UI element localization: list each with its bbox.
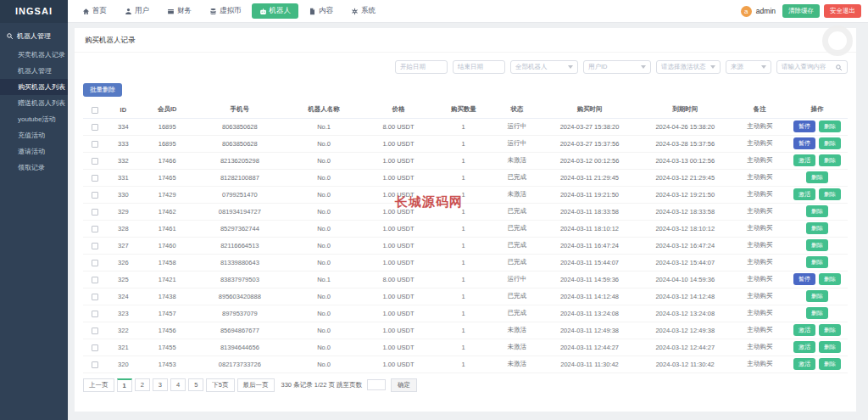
- row-checkbox[interactable]: [92, 243, 98, 249]
- row-checkbox[interactable]: [92, 260, 98, 266]
- prev-page-button[interactable]: 上一页: [83, 378, 114, 392]
- page-button-5[interactable]: 5: [188, 378, 203, 391]
- jump-confirm-button[interactable]: 确定: [391, 378, 417, 392]
- cell-remark: 主动购买: [733, 254, 787, 271]
- start-date-input[interactable]: 开始日期: [395, 60, 448, 74]
- cell-remark: 主动购买: [733, 305, 787, 322]
- select-all-checkbox[interactable]: [92, 107, 98, 114]
- sidebar-item-1[interactable]: 买卖机器人记录: [0, 47, 68, 63]
- search-input[interactable]: 请输入查询内容: [776, 60, 848, 74]
- activate-button[interactable]: 激活: [793, 324, 815, 336]
- next-5-pages-button[interactable]: 下5页: [206, 378, 234, 392]
- source-select-value: 来源: [731, 63, 743, 71]
- cell-expire_time: 2024-03-12 12:49:38: [637, 322, 733, 339]
- nav-item-2[interactable]: 用户: [117, 3, 157, 19]
- sidebar-item-7[interactable]: 邀请活动: [0, 143, 68, 160]
- cell-actions: 激活删除: [787, 356, 848, 372]
- row-checkbox[interactable]: [92, 361, 98, 368]
- delete-button[interactable]: 删除: [819, 324, 841, 336]
- delete-button[interactable]: 删除: [806, 256, 828, 268]
- pause-button[interactable]: 暂停: [793, 273, 815, 285]
- cell-phone: 81339880643: [194, 254, 286, 271]
- row-checkbox[interactable]: [92, 226, 98, 232]
- end-date-input[interactable]: 结束日期: [453, 60, 505, 74]
- delete-button[interactable]: 删除: [806, 307, 828, 319]
- nav-item-4[interactable]: 虚拟币: [202, 3, 249, 19]
- cell-id: 321: [106, 339, 141, 356]
- delete-button[interactable]: 删除: [819, 154, 841, 166]
- row-checkbox[interactable]: [92, 192, 98, 199]
- nav-item-6[interactable]: 内容: [301, 3, 341, 19]
- search-icon[interactable]: [835, 64, 843, 71]
- logout-button[interactable]: 安全退出: [824, 4, 861, 18]
- nav-item-1[interactable]: 首页: [75, 3, 114, 19]
- delete-button[interactable]: 删除: [806, 205, 828, 217]
- delete-button[interactable]: 删除: [819, 358, 841, 370]
- row-checkbox[interactable]: [92, 328, 98, 334]
- table-row: 333168958063850628No.01.00 USDT1运行中2024-…: [83, 135, 848, 152]
- page-button-2[interactable]: 2: [135, 378, 150, 391]
- pause-button[interactable]: 暂停: [793, 120, 815, 132]
- table-row: 3271746082116664513No.01.00 USDT1已完成2024…: [83, 237, 848, 254]
- page-button-1[interactable]: 1: [117, 378, 132, 392]
- sidebar-item-2[interactable]: 机器人管理: [0, 63, 68, 79]
- delete-button[interactable]: 删除: [819, 137, 841, 149]
- page-button-4[interactable]: 4: [170, 378, 186, 391]
- cell-expire_time: 2024-03-12 11:30:42: [637, 356, 733, 372]
- row-checkbox[interactable]: [92, 175, 98, 182]
- cell-id: 320: [106, 356, 141, 372]
- delete-button[interactable]: 删除: [806, 290, 828, 302]
- cell-id: 332: [106, 152, 141, 169]
- source-select[interactable]: 来源: [726, 60, 771, 74]
- cell-status: 已完成: [492, 288, 542, 305]
- page-button-3[interactable]: 3: [153, 378, 168, 391]
- sidebar-item-5[interactable]: youtube活动: [0, 111, 68, 127]
- column-header: 状态: [492, 102, 542, 118]
- sidebar-section-robot-management: 机器人管理: [0, 23, 68, 47]
- row-checkbox[interactable]: [92, 294, 98, 300]
- activate-button[interactable]: 激活: [793, 358, 815, 370]
- cell-actions: 删除: [787, 305, 848, 322]
- cell-phone: 83837979503: [194, 271, 286, 288]
- pause-button[interactable]: 暂停: [793, 137, 815, 149]
- sidebar-item-4[interactable]: 赠送机器人列表: [0, 95, 68, 111]
- row-checkbox[interactable]: [92, 344, 98, 351]
- sidebar-item-6[interactable]: 充值活动: [0, 127, 68, 143]
- cell-qty: 1: [435, 203, 492, 220]
- clear-cache-button[interactable]: 清除缓存: [782, 4, 820, 18]
- last-page-button[interactable]: 最后一页: [237, 378, 275, 392]
- delete-button[interactable]: 删除: [806, 222, 828, 234]
- delete-button[interactable]: 删除: [819, 120, 841, 132]
- cell-member_id: 16895: [141, 135, 194, 152]
- batch-delete-button[interactable]: 批量删除: [83, 83, 122, 97]
- activate-button[interactable]: 激活: [793, 154, 815, 166]
- delete-button[interactable]: 删除: [806, 239, 828, 251]
- sidebar-item-8[interactable]: 领取记录: [0, 160, 68, 176]
- sidebar-item-3[interactable]: 购买机器人列表: [0, 79, 68, 95]
- jump-page-input[interactable]: [367, 379, 386, 390]
- cell-buy_time: 2024-03-11 19:21:50: [542, 186, 637, 203]
- nav-item-5[interactable]: 机器人: [252, 3, 299, 19]
- row-checkbox[interactable]: [92, 124, 98, 131]
- nav-item-3[interactable]: 财务: [159, 3, 199, 19]
- row-checkbox[interactable]: [92, 311, 98, 317]
- table-row: 32417438895603420888No.01.00 USDT1已完成202…: [83, 288, 848, 305]
- delete-button[interactable]: 删除: [819, 341, 841, 353]
- activate-button[interactable]: 激活: [793, 188, 815, 200]
- row-checkbox[interactable]: [92, 158, 98, 165]
- user-id-select[interactable]: 用户ID: [583, 60, 651, 74]
- row-checkbox[interactable]: [92, 141, 98, 148]
- status-select[interactable]: 请选择激活状态: [656, 60, 721, 74]
- row-checkbox[interactable]: [92, 277, 98, 283]
- delete-button[interactable]: 删除: [819, 273, 841, 285]
- delete-button[interactable]: 删除: [819, 188, 841, 200]
- robot-select[interactable]: 全部机器人: [510, 60, 578, 74]
- row-checkbox[interactable]: [92, 209, 98, 216]
- cell-expire_time: 2024-03-28 15:37:56: [637, 135, 733, 152]
- cell-phone: 081934194727: [194, 203, 286, 220]
- cell-actions: 删除: [787, 254, 848, 271]
- avatar[interactable]: a: [741, 6, 752, 17]
- activate-button[interactable]: 激活: [793, 341, 815, 353]
- nav-item-7[interactable]: 系统: [343, 3, 383, 19]
- delete-button[interactable]: 删除: [806, 171, 828, 183]
